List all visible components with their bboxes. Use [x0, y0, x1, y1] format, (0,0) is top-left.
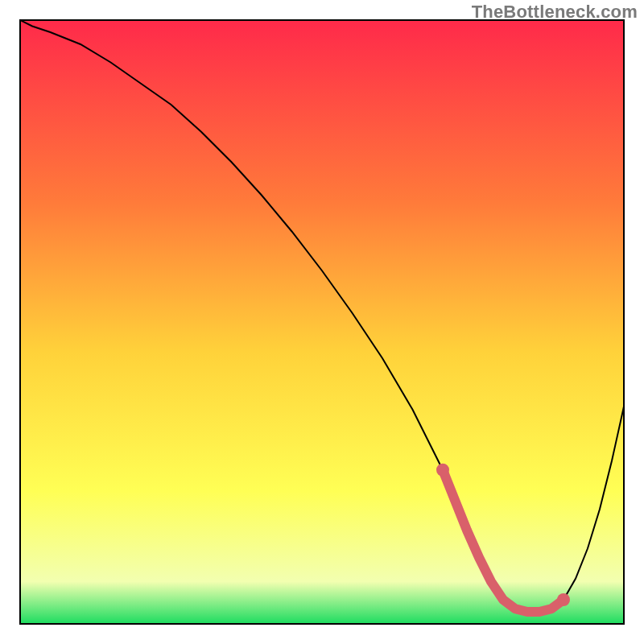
svg-point-2 [557, 593, 570, 606]
svg-point-1 [436, 464, 449, 477]
bottleneck-chart [0, 0, 644, 644]
watermark-text: TheBottleneck.com [472, 2, 638, 23]
chart-container: TheBottleneck.com [0, 0, 644, 644]
gradient-background [20, 20, 624, 624]
